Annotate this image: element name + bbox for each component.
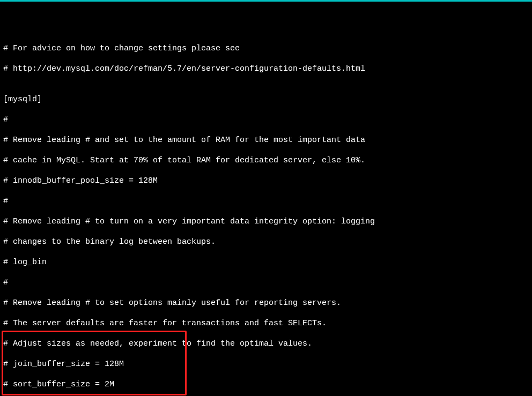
config-line: # Remove leading # and set to the amount… (3, 135, 529, 145)
config-line: # For advice on how to change settings p… (3, 43, 529, 54)
config-line: # Remove leading # to set options mainly… (3, 298, 529, 308)
config-line: # innodb_buffer_pool_size = 128M (3, 176, 529, 186)
config-line: # http://dev.mysql.com/doc/refman/5.7/en… (3, 64, 529, 74)
config-line: # The server defaults are faster for tra… (3, 318, 529, 328)
config-line: # cache in MySQL. Start at 70% of total … (3, 155, 529, 166)
config-line: # sort_buffer_size = 2M (3, 379, 529, 390)
config-line: # (3, 196, 529, 206)
config-line: # log_bin (3, 257, 529, 267)
config-line: # Adjust sizes as needed, experiment to … (3, 339, 529, 349)
config-line: # Remove leading # to turn on a very imp… (3, 216, 529, 227)
config-line: # (3, 115, 529, 125)
config-line: # changes to the binary log between back… (3, 237, 529, 247)
config-line: [mysqld] (3, 94, 529, 104)
config-line: # join_buffer_size = 128M (3, 359, 529, 369)
config-line: # (3, 278, 529, 288)
